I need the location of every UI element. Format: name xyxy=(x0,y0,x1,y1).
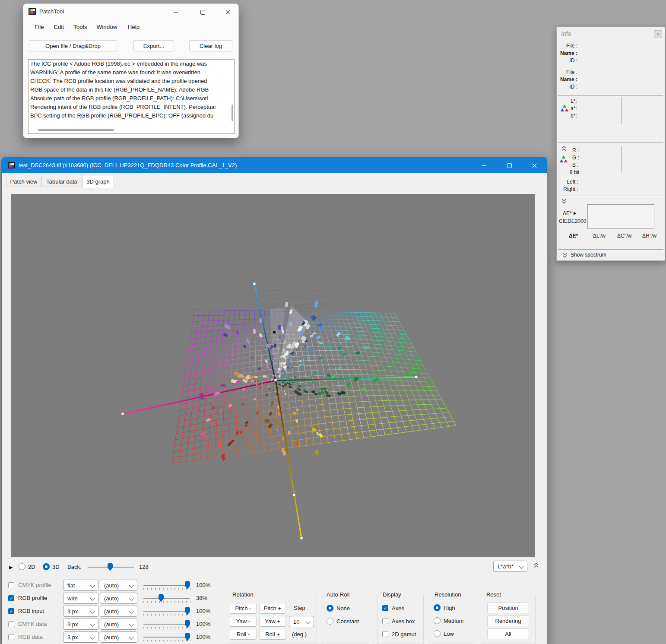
info-close-button[interactable]: ✕ xyxy=(654,30,662,38)
radio-resolution-low[interactable] xyxy=(434,630,441,637)
menu-edit[interactable]: Edit xyxy=(54,24,64,30)
tab-3d-graph[interactable]: 3D graph xyxy=(82,175,114,188)
menu-tools[interactable]: Tools xyxy=(73,24,87,30)
radio-resolution-high[interactable] xyxy=(434,604,441,611)
log-area[interactable]: The ICC profile < Adobe RGB (1998).icc >… xyxy=(28,59,235,134)
cmyk-profile-style-select[interactable]: flat xyxy=(63,580,98,591)
axes-box-label: Axes box xyxy=(392,618,415,625)
autoroll-none-label: None xyxy=(336,605,350,612)
cmyk-data-auto-select[interactable]: (auto) xyxy=(100,619,137,630)
clear-log-button[interactable]: Clear log xyxy=(189,40,232,51)
R-label: R : xyxy=(572,147,579,153)
chevron-down-icon xyxy=(129,609,133,613)
checkbox-axes-box[interactable] xyxy=(382,618,388,624)
back-slider-thumb[interactable] xyxy=(108,563,113,571)
menu-file[interactable]: File xyxy=(35,24,44,30)
image-window-titlebar[interactable]: test_DSC2643.tif (#103680) (ICC: DELL UP… xyxy=(2,157,547,173)
menu-help[interactable]: Help xyxy=(128,24,140,30)
3d-gamut-graph[interactable] xyxy=(11,194,535,557)
rgb-input-style-select[interactable]: 3 px xyxy=(63,606,98,617)
horizontal-scrollbar-thumb[interactable] xyxy=(38,129,114,131)
show-spectrum-chevron-icon[interactable] xyxy=(562,252,568,258)
separator xyxy=(558,142,663,143)
rgb-input-opacity-track[interactable] xyxy=(143,611,190,612)
rgb-input-opacity-value: 100% xyxy=(196,608,210,614)
checkbox-rgb-input[interactable] xyxy=(8,608,14,614)
radio-2d[interactable] xyxy=(19,563,25,570)
yaw-plus-button[interactable]: Yaw + xyxy=(259,616,286,627)
vertical-scrollbar-thumb[interactable] xyxy=(232,105,233,121)
panel-collapse-icon[interactable] xyxy=(533,562,539,568)
checkbox-cmyk-profile[interactable] xyxy=(8,582,14,588)
expand-right-icon xyxy=(574,212,576,215)
log-line: RGB space of the data in this file (RGB_… xyxy=(29,86,234,94)
colorspace-select[interactable]: L*a*b* xyxy=(493,561,527,572)
checkbox-axes[interactable] xyxy=(382,605,388,611)
roll-minus-button[interactable]: Roll - xyxy=(230,629,257,640)
chevron-down-icon xyxy=(90,596,95,600)
cmyk-profile-opacity-track[interactable] xyxy=(143,585,190,586)
rgb-profile-auto-select[interactable]: (auto) xyxy=(100,593,137,604)
close-button[interactable] xyxy=(526,161,543,170)
auto-value: (auto) xyxy=(104,582,119,589)
tab-tabular-data[interactable]: Tabular data xyxy=(41,176,82,187)
rgb-data-style-select[interactable]: 3 px xyxy=(63,631,98,643)
roll-plus-button[interactable]: Roll + xyxy=(259,629,286,640)
close-button[interactable] xyxy=(220,7,235,17)
log-line: CHECK: The RGB profile location was vali… xyxy=(29,77,234,86)
step-select[interactable]: 10 xyxy=(289,616,314,627)
cmyk-profile-auto-select[interactable]: (auto) xyxy=(100,580,137,591)
rgb-data-opacity-track[interactable] xyxy=(143,637,190,638)
b-label: b*: xyxy=(571,113,577,119)
open-file-button[interactable]: Open file / Drag&Drop xyxy=(29,40,117,51)
radio-autoroll-none[interactable] xyxy=(327,605,333,612)
file-label-1: File : xyxy=(557,43,577,49)
menu-window[interactable]: Window xyxy=(97,24,117,30)
checkbox-rgb-data[interactable] xyxy=(8,634,14,640)
menubar: File Edit Tools Window Help xyxy=(23,21,238,32)
show-spectrum-label[interactable]: Show spectrum xyxy=(571,252,606,258)
radio-3d-label: 3D xyxy=(52,564,60,570)
reset-position-button[interactable]: Position xyxy=(487,603,529,613)
cmyk-profile-opacity-value: 100% xyxy=(196,582,210,588)
close-icon xyxy=(225,10,230,15)
checkbox-2d-gamut[interactable] xyxy=(382,631,388,637)
chevron-down-icon xyxy=(129,596,133,600)
cmyk-data-opacity-track[interactable] xyxy=(143,624,190,625)
minimize-button[interactable] xyxy=(168,7,183,17)
image-window: test_DSC2643.tif (#103680) (ICC: DELL UP… xyxy=(1,157,547,644)
radio-2d-label: 2D xyxy=(28,564,35,570)
export-button[interactable]: Export... xyxy=(133,40,174,51)
minimize-button[interactable] xyxy=(476,161,493,170)
rgb-profile-opacity-track[interactable] xyxy=(143,598,190,599)
rgb-input-auto-select[interactable]: (auto) xyxy=(100,606,137,617)
yaw-minus-button[interactable]: Yaw - xyxy=(230,616,257,627)
pitch-minus-button[interactable]: Pitch - xyxy=(230,603,257,614)
slider-ticks xyxy=(143,614,190,615)
maximize-button[interactable] xyxy=(195,7,210,17)
collapse-down-icon[interactable] xyxy=(561,198,567,204)
patchtool-titlebar[interactable]: PatchTool xyxy=(23,4,238,19)
radio-autoroll-constant[interactable] xyxy=(327,618,333,625)
reset-all-button[interactable]: All xyxy=(487,628,529,639)
back-value: 128 xyxy=(139,564,149,570)
cmyk-data-style-select[interactable]: 3 px xyxy=(63,619,98,630)
pitch-plus-button[interactable]: Pitch + xyxy=(259,603,286,614)
tab-patch-view[interactable]: Patch view xyxy=(6,176,41,187)
style-value: 3 px xyxy=(67,634,78,641)
checkbox-cmyk-data[interactable] xyxy=(8,621,14,627)
rgb-data-opacity-value: 100% xyxy=(196,634,210,640)
rgb-input-label: RGB input xyxy=(18,608,44,614)
expander-arrow[interactable]: ▶ xyxy=(9,565,13,570)
rgb-profile-style-select[interactable]: wire xyxy=(63,593,98,604)
radio-resolution-medium[interactable] xyxy=(434,617,441,624)
chevron-down-icon xyxy=(90,583,95,587)
maximize-button[interactable] xyxy=(501,161,518,170)
radio-3d[interactable] xyxy=(43,563,50,570)
auto-value: (auto) xyxy=(104,595,119,602)
checkbox-rgb-profile[interactable] xyxy=(8,595,14,601)
ciede2000-label: CIEDE2000 xyxy=(559,218,586,224)
rgb-data-auto-select[interactable]: (auto) xyxy=(100,631,137,643)
reset-rendering-button[interactable]: Rendering xyxy=(487,615,529,626)
collapse-up-icon[interactable] xyxy=(561,146,567,151)
